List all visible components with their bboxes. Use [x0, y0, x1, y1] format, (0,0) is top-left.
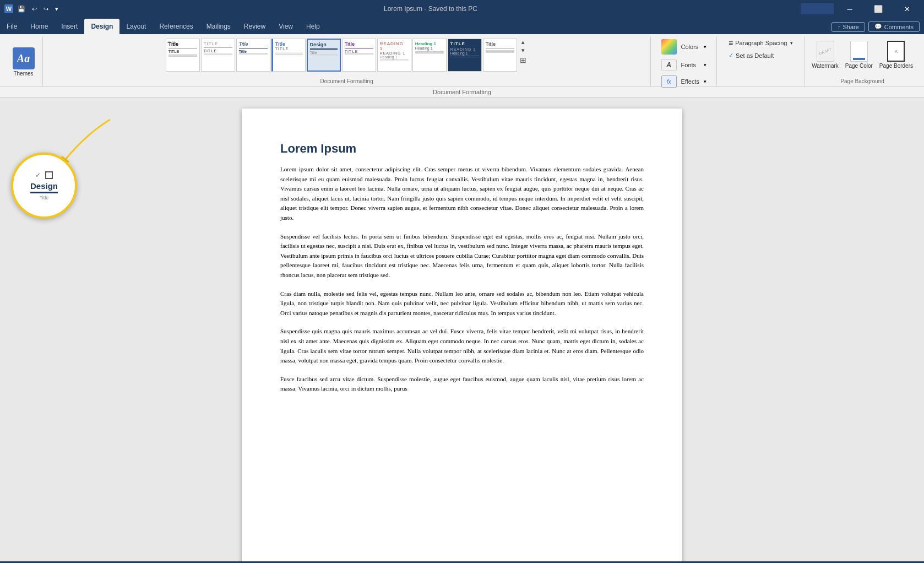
effects-label: Effects [681, 78, 699, 85]
tab-file[interactable]: File [0, 19, 24, 34]
page-color-btn[interactable]: Page Color [843, 39, 875, 71]
paragraph-4[interactable]: Suspendisse quis magna quis mauris maxim… [280, 327, 644, 365]
style-thumb-8[interactable]: Heading 1 Heading 1 [412, 39, 447, 72]
doc-title: Lorem Ipsum [280, 142, 644, 156]
doc-area[interactable]: ✓ Design Title Lorem Ipsum Lorem ipsum d… [0, 98, 924, 561]
watermark-label: Watermark [812, 63, 839, 69]
tab-mailings[interactable]: Mailings [200, 19, 237, 34]
paragraph-content: ≡ Paragraph Spacing ▾ ✓ Set as Default [726, 37, 795, 86]
effects-chevron-icon: ▾ [704, 79, 706, 84]
comments-btn[interactable]: 💬 Comments [868, 21, 920, 32]
redo-qat-btn[interactable]: ↪ [41, 4, 51, 14]
customize-qat-btn[interactable]: ▾ [53, 4, 61, 14]
title-bar: W 💾 ↩ ↪ ▾ Lorem Ipsum - Saved to this PC… [0, 0, 924, 18]
colors-btn[interactable]: Colors ▾ [658, 37, 710, 56]
themes-label: Themes [13, 71, 33, 77]
close-btn[interactable]: ✕ [894, 0, 920, 18]
doc-format-bar: Document Formatting [0, 87, 924, 98]
ribbon-group-styles: Title TITLE ✓ □ TITLE TITLE [43, 36, 651, 86]
style-thumb-9[interactable]: TITLE READING 2 Heading 1 [448, 39, 482, 72]
tab-review[interactable]: Review [237, 19, 272, 34]
fonts-chevron-icon: ▾ [704, 62, 706, 68]
title-text: Lorem Ipsum - Saved to this PC [384, 5, 477, 13]
tab-help[interactable]: Help [300, 19, 327, 34]
paragraph-2[interactable]: Suspendisse vel facilisis lectus. In por… [280, 232, 644, 280]
style-thumb-3[interactable]: Title Title [236, 39, 270, 72]
undo-qat-btn[interactable]: ↩ [30, 4, 39, 14]
fonts-label: Fonts [681, 62, 697, 68]
title-bar-left: W 💾 ↩ ↪ ▾ [4, 4, 61, 14]
style-thumb-1[interactable]: Title TITLE ✓ □ [166, 39, 200, 72]
title-bar-right: ─ ⬜ ✕ [801, 0, 920, 18]
style-thumb-7[interactable]: READING 1 READING 1 Heading 1 [377, 39, 411, 72]
watermark-icon: DRAFT [817, 41, 834, 62]
ribbon-group-page-bg: DRAFT Watermark Page Color A Page Border… [805, 36, 920, 86]
callout-square-icon [45, 171, 53, 179]
fonts-btn[interactable]: A Fonts ▾ [658, 57, 710, 73]
gallery-nav: ▲ ▼ ⊞ [518, 39, 528, 65]
restore-btn[interactable]: ⬜ [866, 0, 891, 18]
style-thumb-6[interactable]: Title TITLE [342, 39, 376, 72]
callout-icons: ✓ [35, 171, 53, 179]
paragraph-3[interactable]: Cras diam nulla, molestie sed felis vel,… [280, 289, 644, 318]
paragraph-spacing-label: Paragraph Spacing [735, 40, 787, 46]
share-btn[interactable]: ↑ Share [831, 22, 865, 32]
gallery-scroll-down[interactable]: ▼ [518, 47, 528, 54]
window-title: Lorem Ipsum - Saved to this PC [61, 5, 801, 13]
paragraph-5[interactable]: Fusce faucibus sed arcu vitae dictum. Su… [280, 375, 644, 394]
tab-home[interactable]: Home [24, 19, 55, 34]
document-page: Lorem Ipsum Lorem ipsum dolor sit amet, … [242, 109, 682, 561]
comments-icon: 💬 [874, 23, 882, 30]
share-label: Share [843, 24, 858, 30]
doc-formatting-label: Document Formatting [47, 78, 646, 86]
set-as-default-btn[interactable]: ✓ Set as Default [726, 51, 776, 60]
save-qat-btn[interactable]: 💾 [15, 4, 28, 14]
page-bg-content: DRAFT Watermark Page Color A Page Border… [809, 37, 915, 77]
callout-title-small: Title [40, 195, 49, 201]
style-gallery: Title TITLE ✓ □ TITLE TITLE [166, 39, 517, 72]
effects-icon: fx [661, 75, 677, 88]
tab-layout[interactable]: Layout [119, 19, 153, 34]
callout-circle: ✓ Design Title [11, 153, 77, 219]
callout-check-icon: ✓ [35, 171, 41, 179]
effects-btn[interactable]: fx Effects ▾ [658, 74, 710, 89]
callout-overlay: ✓ Design Title [0, 98, 165, 252]
ribbon-group-colors-fonts: Colors ▾ A Fonts ▾ fx Effects ▾ [651, 36, 717, 86]
colors-icon [661, 39, 677, 55]
search-box-mini[interactable] [801, 3, 834, 14]
page-bg-label: Page Background [809, 78, 915, 86]
colors-fonts-content: Colors ▾ A Fonts ▾ fx Effects ▾ [658, 37, 710, 89]
themes-icon: Aa [13, 47, 35, 69]
paragraph-spacing-chevron-icon: ▾ [790, 40, 793, 46]
style-thumb-5[interactable]: Design Title [307, 39, 341, 72]
style-thumb-4[interactable]: Title TITLE [271, 39, 306, 72]
ribbon-tabs-bar: File Home Insert Design Layout Reference… [0, 18, 924, 34]
page-borders-btn[interactable]: A Page Borders [877, 39, 915, 71]
paragraph-1[interactable]: Lorem ipsum dolor sit amet, consectetur … [280, 165, 644, 223]
fonts-icon: A [661, 59, 677, 71]
set-default-label: Set as Default [736, 52, 774, 59]
style-thumb-2[interactable]: TITLE TITLE [201, 39, 235, 72]
colors-chevron-icon: ▾ [704, 44, 706, 50]
page-color-label: Page Color [845, 63, 873, 69]
tab-references[interactable]: References [153, 19, 199, 34]
doc-format-label: Document Formatting [433, 89, 491, 95]
tab-insert[interactable]: Insert [55, 19, 84, 34]
styles-content: Title TITLE ✓ □ TITLE TITLE [166, 37, 528, 77]
tab-view[interactable]: View [272, 19, 300, 34]
minimize-btn[interactable]: ─ [837, 0, 862, 18]
page-color-icon [850, 41, 868, 62]
comments-label: Comments [884, 24, 914, 30]
watermark-btn[interactable]: DRAFT Watermark [809, 39, 841, 71]
callout-arrow [11, 103, 149, 213]
gallery-more[interactable]: ⊞ [518, 55, 528, 65]
gallery-scroll-up[interactable]: ▲ [518, 39, 528, 46]
paragraph-spacing-btn[interactable]: ≡ Paragraph Spacing ▾ [726, 37, 795, 48]
themes-btn[interactable]: Aa Themes [10, 45, 37, 79]
tab-design[interactable]: Design [84, 19, 119, 34]
page-borders-label: Page Borders [879, 63, 913, 69]
ribbon-group-paragraph: ≡ Paragraph Spacing ▾ ✓ Set as Default [717, 36, 805, 86]
callout-design-label: Design [30, 181, 58, 193]
set-default-icon: ✓ [729, 52, 733, 59]
style-thumb-10[interactable]: Title [483, 39, 517, 72]
